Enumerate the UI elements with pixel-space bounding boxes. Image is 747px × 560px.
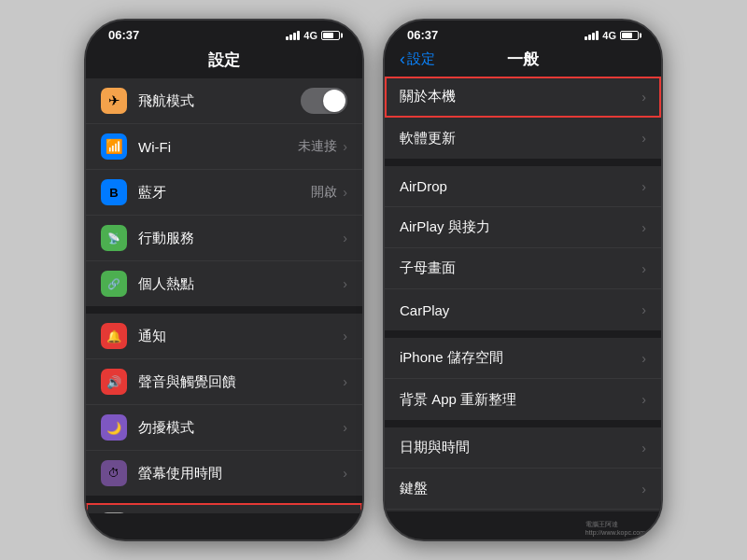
phone-right: 06:37 4G ‹ 設定 一般 bbox=[383, 19, 663, 541]
screentime-icon: ⏱ bbox=[101, 460, 127, 486]
list-item[interactable]: 📶 Wi-Fi 未連接 › bbox=[86, 124, 362, 170]
chevron-icon: › bbox=[343, 231, 347, 245]
chevron-icon: › bbox=[343, 276, 347, 291]
spacer bbox=[385, 159, 661, 166]
item-label: 螢幕使用時間 bbox=[138, 465, 343, 483]
list-item[interactable]: 子母畫面 › bbox=[385, 248, 661, 289]
item-label: 背景 App 重新整理 bbox=[400, 391, 641, 409]
chevron-icon: › bbox=[343, 466, 347, 481]
time-right: 06:37 bbox=[407, 28, 438, 42]
chevron-icon: › bbox=[343, 374, 347, 389]
chevron-icon: › bbox=[641, 220, 646, 235]
spacer bbox=[86, 306, 362, 314]
item-label: CarPlay bbox=[400, 302, 641, 318]
item-label: 勿擾模式 bbox=[138, 419, 343, 437]
settings-group-1: ✈ 飛航模式 📶 Wi-Fi 未連接 › B 藍牙 開啟 › bbox=[86, 78, 362, 306]
notification-icon: 🔔 bbox=[101, 323, 127, 349]
item-label: 行動服務 bbox=[138, 230, 343, 247]
signal-icon bbox=[286, 31, 300, 40]
status-icons-left: 4G bbox=[286, 30, 340, 41]
settings-list-right[interactable]: 關於本機 › 軟體更新 › AirDrop › AirPlay 與接力 › bbox=[385, 77, 661, 511]
list-item[interactable]: 📡 行動服務 › bbox=[86, 216, 362, 261]
phone-left: 06:37 4G 設定 ✈ 飛航模 bbox=[84, 19, 364, 541]
spacer bbox=[385, 420, 661, 427]
bluetooth-icon: B bbox=[101, 179, 127, 205]
item-label: AirDrop bbox=[400, 178, 641, 194]
sound-icon: 🔊 bbox=[101, 369, 127, 395]
item-label: 關於本機 bbox=[400, 88, 641, 105]
item-label: 軟體更新 bbox=[400, 130, 641, 147]
list-item[interactable]: ✈ 飛航模式 bbox=[86, 78, 362, 124]
cellular-icon: 📡 bbox=[101, 225, 127, 251]
airplane-toggle[interactable] bbox=[301, 88, 347, 114]
watermark: 電腦王阿達http://www.kopc.com.tw bbox=[585, 520, 654, 536]
list-item[interactable]: 字體 › bbox=[385, 510, 661, 511]
item-label: AirPlay 與接力 bbox=[400, 218, 641, 236]
settings-group-2: 🔔 通知 › 🔊 聲音與觸覺回饋 › 🌙 勿擾模式 › ⏱ 螢幕使用時間 bbox=[86, 314, 362, 496]
back-arrow-icon: ‹ bbox=[400, 49, 405, 69]
item-label: 子母畫面 bbox=[400, 259, 641, 277]
item-label: 飛航模式 bbox=[138, 92, 301, 110]
item-label: 鍵盤 bbox=[400, 480, 641, 497]
back-label: 設定 bbox=[407, 50, 435, 68]
back-button[interactable]: ‹ 設定 bbox=[400, 49, 435, 69]
item-label: 個人熱點 bbox=[138, 275, 343, 293]
network-type-right: 4G bbox=[602, 30, 616, 41]
list-item[interactable]: 鍵盤 › bbox=[385, 469, 661, 510]
item-value: 開啟 bbox=[311, 184, 337, 201]
airdrop-item[interactable]: AirDrop › bbox=[385, 166, 661, 207]
general-group-2: AirDrop › AirPlay 與接力 › 子母畫面 › CarPlay › bbox=[385, 166, 661, 330]
signal-icon-right bbox=[585, 31, 599, 40]
chevron-icon: › bbox=[641, 131, 646, 146]
list-item[interactable]: 🔗 個人熱點 › bbox=[86, 261, 362, 306]
focus-icon: 🌙 bbox=[101, 414, 127, 441]
chevron-icon: › bbox=[641, 261, 646, 276]
list-item[interactable]: 日期與時間 › bbox=[385, 427, 661, 469]
general-group-3: iPhone 儲存空間 › 背景 App 重新整理 › bbox=[385, 338, 661, 420]
chevron-icon: › bbox=[641, 179, 646, 194]
chevron-icon: › bbox=[641, 392, 646, 407]
settings-list-left[interactable]: ✈ 飛航模式 📶 Wi-Fi 未連接 › B 藍牙 開啟 › bbox=[86, 78, 362, 513]
list-item[interactable]: iPhone 儲存空間 › bbox=[385, 338, 661, 379]
airplane-icon: ✈ bbox=[101, 88, 127, 114]
network-type-left: 4G bbox=[303, 30, 317, 41]
chevron-icon: › bbox=[641, 351, 646, 366]
hotspot-icon: 🔗 bbox=[101, 271, 127, 297]
general-group-1: 關於本機 › 軟體更新 › bbox=[385, 77, 661, 159]
list-item[interactable]: 軟體更新 › bbox=[385, 118, 661, 159]
item-label: Wi-Fi bbox=[138, 139, 298, 155]
chevron-icon: › bbox=[641, 302, 646, 317]
item-label: iPhone 儲存空間 bbox=[400, 349, 641, 367]
chevron-icon: › bbox=[641, 482, 646, 497]
status-bar-left: 06:37 4G bbox=[86, 21, 362, 46]
item-value: 未連接 bbox=[298, 138, 337, 155]
wifi-icon: 📶 bbox=[101, 133, 127, 160]
status-bar-right: 06:37 4G bbox=[385, 21, 661, 46]
list-item[interactable]: B 藍牙 開啟 › bbox=[86, 170, 362, 216]
page-title-right: 一般 bbox=[507, 49, 539, 70]
list-item[interactable]: 🔔 通知 › bbox=[86, 314, 362, 359]
item-label: 藍牙 bbox=[138, 184, 311, 202]
chevron-icon: › bbox=[343, 185, 347, 200]
spacer bbox=[86, 496, 362, 503]
list-item[interactable]: AirPlay 與接力 › bbox=[385, 207, 661, 248]
item-label: 通知 bbox=[138, 328, 343, 345]
about-item[interactable]: 關於本機 › bbox=[385, 77, 661, 118]
battery-icon-right bbox=[620, 31, 639, 40]
chevron-icon: › bbox=[343, 420, 347, 435]
general-settings-item[interactable]: ⚙️ 一般 › bbox=[86, 503, 362, 513]
page-title-left: 設定 bbox=[86, 46, 362, 78]
item-label: 日期與時間 bbox=[400, 439, 641, 456]
list-item[interactable]: CarPlay › bbox=[385, 289, 661, 330]
general-icon: ⚙️ bbox=[101, 512, 127, 513]
list-item[interactable]: 🔊 聲音與觸覺回饋 › bbox=[86, 359, 362, 405]
battery-icon-left bbox=[321, 31, 340, 40]
item-label: 聲音與觸覺回饋 bbox=[138, 373, 343, 391]
chevron-icon: › bbox=[343, 139, 347, 154]
spacer bbox=[385, 330, 661, 338]
list-item[interactable]: ⏱ 螢幕使用時間 › bbox=[86, 451, 362, 496]
general-group-4: 日期與時間 › 鍵盤 › 字體 › 語言與地區 › 辭典 › bbox=[385, 427, 661, 511]
status-icons-right: 4G bbox=[585, 30, 639, 41]
list-item[interactable]: 背景 App 重新整理 › bbox=[385, 379, 661, 420]
list-item[interactable]: 🌙 勿擾模式 › bbox=[86, 405, 362, 451]
